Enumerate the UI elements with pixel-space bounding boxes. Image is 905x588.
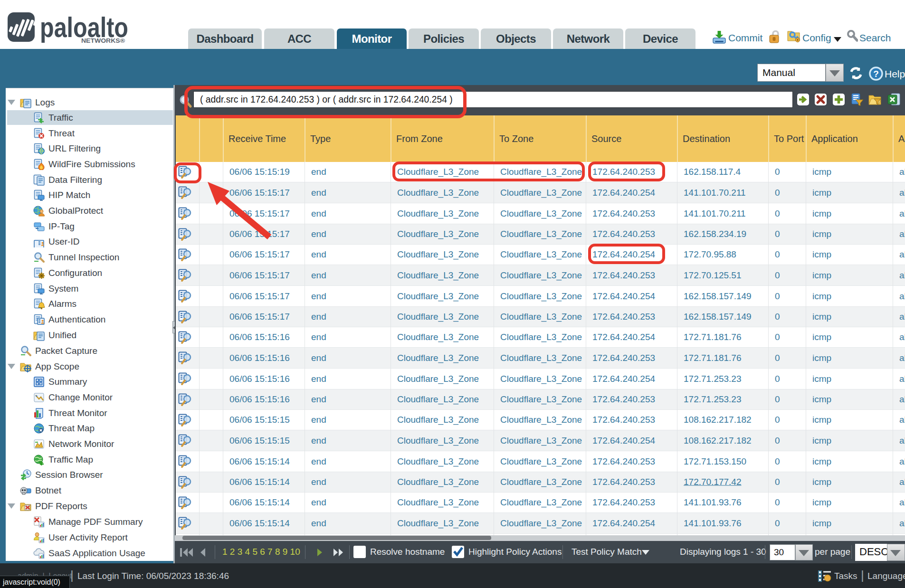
svg-text:?: ? bbox=[873, 69, 879, 79]
svg-text:NETWORKS®: NETWORKS® bbox=[81, 38, 125, 44]
